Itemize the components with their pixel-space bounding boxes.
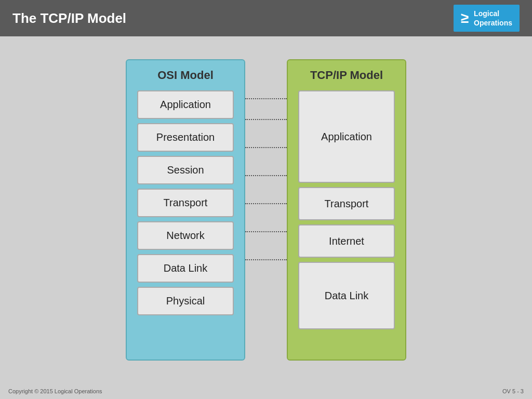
diagram: OSI Model Application Presentation Sessi… <box>126 59 406 361</box>
connector-line-1 <box>245 98 287 99</box>
osi-model-column: OSI Model Application Presentation Sessi… <box>126 59 245 361</box>
conn-5-spacer <box>245 190 287 218</box>
connectors <box>245 59 287 274</box>
header: The TCP/IP Model ≥ Logical Operations <box>0 0 532 36</box>
connector-line-6 <box>245 231 287 232</box>
tcpip-layer-transport: Transport <box>298 187 395 220</box>
osi-layer-transport: Transport <box>137 189 234 217</box>
tcpip-model-title: TCP/IP Model <box>298 69 395 82</box>
conn-6-spacer <box>245 218 287 246</box>
connector-line-3 <box>245 147 287 148</box>
logo-icon: ≥ <box>461 11 469 25</box>
tcpip-layer-internet: Internet <box>298 224 395 258</box>
main-content: OSI Model Application Presentation Sessi… <box>0 36 532 383</box>
footer: Copyright © 2015 Logical Operations OV 5… <box>0 383 532 399</box>
tcpip-layer-datalink: Data Link <box>298 262 395 329</box>
osi-layer-session: Session <box>137 156 234 184</box>
slide-number: OV 5 - 3 <box>502 388 524 394</box>
connector-line-4 <box>245 175 287 176</box>
osi-layer-presentation: Presentation <box>137 123 234 152</box>
tcpip-layer-application: Application <box>298 90 395 183</box>
logo: ≥ Logical Operations <box>454 5 520 32</box>
osi-layer-physical: Physical <box>137 287 234 315</box>
connector-line-7 <box>245 259 287 260</box>
connector-line-5 <box>245 203 287 204</box>
logo-text: Logical Operations <box>474 9 512 28</box>
copyright-text: Copyright © 2015 Logical Operations <box>8 388 102 394</box>
conn-2-spacer <box>245 105 287 134</box>
osi-model-title: OSI Model <box>137 69 234 82</box>
osi-layer-application: Application <box>137 90 234 119</box>
connector-line-2 <box>245 119 287 120</box>
page-title: The TCP/IP Model <box>12 10 126 26</box>
tcpip-model-column: TCP/IP Model Application Transport Inter… <box>287 59 406 361</box>
osi-layer-network: Network <box>137 221 234 250</box>
osi-layer-datalink: Data Link <box>137 254 234 283</box>
conn-7-spacer <box>245 246 287 274</box>
conn-1-spacer <box>245 91 287 105</box>
conn-3-spacer <box>245 134 287 162</box>
conn-4-spacer <box>245 162 287 190</box>
